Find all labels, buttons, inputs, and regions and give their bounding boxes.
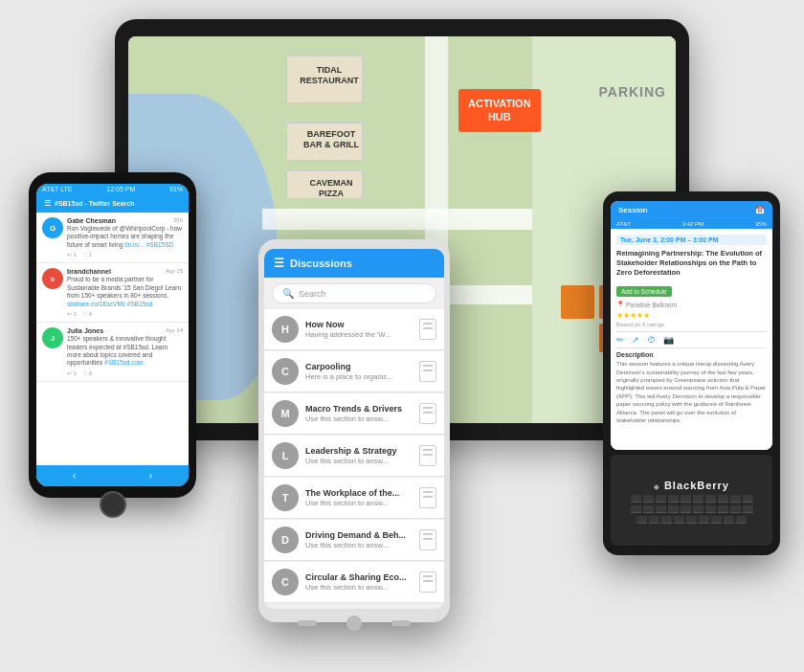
key[interactable] bbox=[668, 505, 679, 513]
activation-hub-label: ACTIVATIONHUB bbox=[458, 89, 541, 132]
key[interactable] bbox=[693, 495, 704, 503]
search-icon: 🔍 bbox=[282, 288, 294, 299]
keyboard-row-3 bbox=[636, 516, 747, 524]
search-bar[interactable]: 🔍 Search bbox=[272, 283, 436, 303]
disc-title: How Now bbox=[305, 320, 413, 329]
discussion-item[interactable]: T The Workplace of the... Use this secti… bbox=[264, 478, 444, 519]
key[interactable] bbox=[711, 516, 722, 524]
discussion-item[interactable]: M Macro Trends & Drivers Use this sectio… bbox=[264, 393, 444, 435]
discussion-item[interactable]: D Driving Demand & Beh... Use this secti… bbox=[264, 520, 444, 561]
session-location: 📍 Paradise Ballroom bbox=[616, 301, 767, 308]
disc-title: Carpooling bbox=[305, 362, 413, 371]
key[interactable] bbox=[631, 495, 641, 503]
bb-battery: 35% bbox=[755, 221, 767, 227]
add-to-schedule-button[interactable]: Add to Schedule bbox=[616, 280, 767, 301]
session-content: Tue. June 3, 2:00 PM – 3:00 PM Reimagini… bbox=[611, 229, 772, 450]
disc-avatar: T bbox=[272, 484, 299, 511]
tweet-name: Gabe Chesman bbox=[67, 217, 116, 224]
blackberry-keyboard: ◆ BlackBerry bbox=[611, 455, 772, 546]
key[interactable] bbox=[636, 516, 647, 524]
tweet-text: Ron Voglewede of @WhirlpoolCorp - how po… bbox=[67, 225, 183, 249]
key[interactable] bbox=[643, 495, 654, 503]
discussion-item[interactable]: C Carpooling Here is a place to organiz.… bbox=[264, 351, 444, 392]
key[interactable] bbox=[718, 495, 728, 503]
key[interactable] bbox=[643, 505, 654, 513]
key[interactable] bbox=[656, 495, 666, 503]
key[interactable] bbox=[724, 516, 734, 524]
iphone-home-button[interactable] bbox=[100, 491, 126, 518]
location-text: Paradise Ballroom bbox=[626, 302, 677, 308]
discussion-item[interactable]: L Leadership & Strategy Use this section… bbox=[264, 436, 444, 477]
discussion-list: H How Now Having addressed the 'W... C C… bbox=[264, 309, 444, 609]
menu-icon[interactable]: ☰ bbox=[274, 257, 284, 270]
camera-icon[interactable]: 📷 bbox=[663, 335, 674, 345]
samsung-back-button[interactable] bbox=[298, 620, 317, 626]
key[interactable] bbox=[730, 505, 741, 513]
key[interactable] bbox=[674, 516, 684, 524]
disc-content: Leadership & Strategy Use this section t… bbox=[305, 446, 413, 465]
key[interactable] bbox=[705, 495, 716, 503]
disc-subtitle: Use this section to answ... bbox=[305, 457, 413, 465]
key[interactable] bbox=[686, 516, 697, 524]
key[interactable] bbox=[681, 495, 691, 503]
key[interactable] bbox=[668, 495, 679, 503]
section-divider bbox=[616, 331, 767, 332]
retweet-count: ↩ 2 bbox=[67, 310, 77, 317]
retweet-count: ↩ 1 bbox=[67, 251, 77, 258]
battery-text: 91% bbox=[169, 186, 183, 192]
like-count: ♡ 1 bbox=[82, 251, 92, 258]
disc-content: How Now Having addressed the 'W... bbox=[305, 320, 413, 339]
key[interactable] bbox=[661, 516, 672, 524]
share-icon[interactable]: ↗ bbox=[632, 335, 639, 345]
session-header: Session 📅 bbox=[611, 201, 772, 219]
tweet-body: Gabe Chesman 20h Ron Voglewede of @Whirl… bbox=[67, 217, 183, 258]
keyboard-row-2 bbox=[631, 505, 753, 513]
disc-subtitle: Use this section to answ... bbox=[305, 541, 413, 549]
disc-content: Macro Trends & Drivers Use this section … bbox=[305, 404, 413, 423]
tweet-item: b brandchannel Apr 15 Proud to be a medi… bbox=[36, 263, 189, 323]
session-status-bar: AT&T 3:42 PM 35% bbox=[611, 219, 772, 229]
disc-doc-icon bbox=[419, 319, 436, 340]
search-placeholder: Search bbox=[299, 289, 326, 299]
key[interactable] bbox=[649, 516, 659, 524]
tweet-name: Julia Jones bbox=[67, 327, 103, 334]
tweet-date: Apr 15 bbox=[166, 268, 183, 275]
disc-title: The Workplace of the... bbox=[305, 488, 413, 498]
key[interactable] bbox=[681, 505, 691, 513]
key[interactable] bbox=[656, 505, 666, 513]
key[interactable] bbox=[743, 505, 753, 513]
key[interactable] bbox=[693, 505, 704, 513]
clock-icon[interactable]: ⏱ bbox=[647, 335, 656, 345]
samsung-menu-button[interactable] bbox=[391, 620, 411, 626]
scene: TIDALRESTAURANT BAREFOOTBAR & GRILL CAVE… bbox=[0, 0, 804, 672]
edit-icon[interactable]: ✏ bbox=[616, 335, 624, 345]
tidal-label: TIDALRESTAURANT bbox=[296, 65, 363, 86]
forward-arrow-icon[interactable]: › bbox=[148, 469, 152, 482]
calendar-icon: 📅 bbox=[755, 206, 765, 214]
barefoot-label: BAREFOOTBAR & GRILL bbox=[293, 129, 369, 150]
description-label: Description bbox=[616, 351, 767, 358]
discussion-item[interactable]: H How Now Having addressed the 'W... bbox=[264, 309, 444, 350]
key[interactable] bbox=[736, 516, 747, 524]
description-text: This session features a unique lineup di… bbox=[616, 360, 767, 424]
disc-avatar: C bbox=[272, 569, 299, 595]
key[interactable] bbox=[631, 505, 641, 513]
disc-title: Circular & Sharing Eco... bbox=[305, 572, 413, 582]
map-booth-right-2 bbox=[561, 285, 594, 319]
key[interactable] bbox=[743, 495, 753, 503]
carrier-text: AT&T LTE bbox=[42, 186, 73, 192]
discussion-item[interactable]: C Circular & Sharing Eco... Use this sec… bbox=[264, 562, 444, 603]
tweet-text: Proud to be a media partner for Sustaina… bbox=[67, 276, 183, 308]
location-icon: 📍 bbox=[616, 301, 624, 308]
twitter-header: ☰ #SB15sd - Twitter Search bbox=[36, 194, 189, 213]
key[interactable] bbox=[699, 516, 709, 524]
key[interactable] bbox=[730, 495, 741, 503]
key[interactable] bbox=[718, 505, 728, 513]
samsung-home-button[interactable] bbox=[346, 616, 362, 631]
disc-content: Carpooling Here is a place to organiz... bbox=[305, 362, 413, 381]
key[interactable] bbox=[705, 505, 716, 513]
tweet-date: 20h bbox=[173, 217, 183, 224]
star-rating: ★★★★★ bbox=[616, 311, 650, 320]
back-arrow-icon[interactable]: ‹ bbox=[73, 469, 77, 482]
disc-avatar: H bbox=[272, 316, 299, 343]
